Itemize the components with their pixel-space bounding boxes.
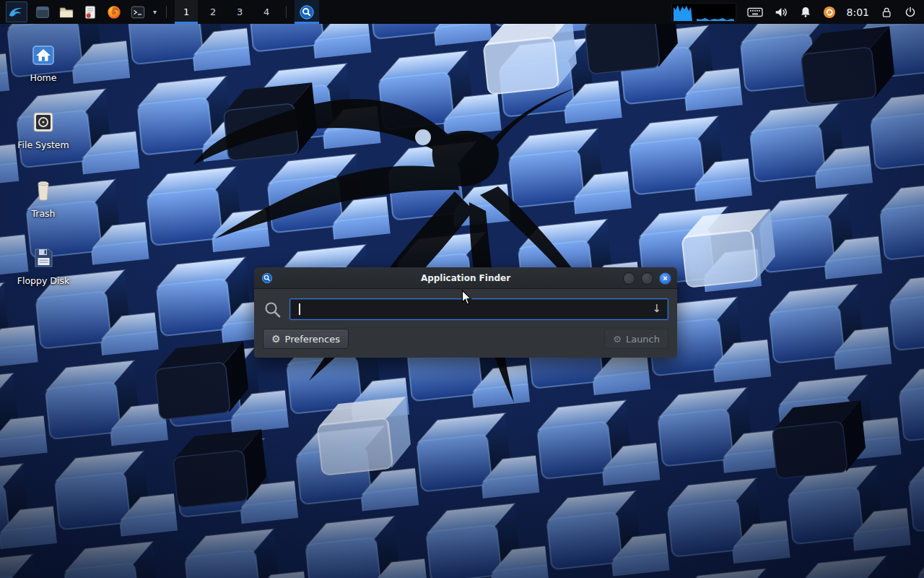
minimize-button[interactable] [623, 272, 635, 285]
gear-icon: ⚙ [271, 334, 281, 344]
home-icon [30, 42, 56, 68]
power-icon[interactable] [904, 5, 917, 19]
text-editor-icon[interactable] [80, 0, 100, 24]
workspace-button-3[interactable]: 3 [228, 0, 251, 24]
desktop-icon-label: Home [30, 72, 57, 83]
desktop-icon-label: File System [17, 139, 69, 150]
keyboard-indicator-icon[interactable] [747, 7, 763, 18]
search-icon [263, 300, 282, 319]
workspace-button-2[interactable]: 2 [201, 0, 225, 24]
close-button[interactable]: × [659, 272, 671, 285]
floppy-disk-icon [30, 245, 56, 271]
launch-icon: ⚙ [613, 335, 622, 344]
titlebar[interactable]: Application Finder × [254, 267, 677, 289]
terminal-icon[interactable] [128, 0, 148, 24]
lock-icon[interactable] [880, 5, 893, 19]
updates-indicator-icon[interactable] [823, 6, 836, 19]
clock[interactable]: 8:01 [847, 7, 869, 18]
text-caret [299, 303, 300, 315]
application-finder-window: Application Finder × ↓ [254, 267, 677, 358]
workspace-button-4[interactable]: 4 [255, 0, 278, 24]
application-finder-taskbar-icon[interactable] [295, 0, 319, 24]
preferences-button-label: Preferences [285, 334, 340, 345]
workspace-button-1[interactable]: 1 [175, 0, 198, 24]
dialog-body: ↓ ⚙ Preferences ⚙ Launch [254, 289, 677, 358]
desktop-icon-label: Trash [31, 208, 55, 219]
chevron-down-icon[interactable]: ▾ [152, 0, 158, 24]
window-title: Application Finder [421, 273, 510, 283]
panel-separator [286, 6, 287, 18]
volume-icon[interactable] [774, 6, 788, 19]
launch-button-label: Launch [626, 334, 660, 345]
trash-icon [30, 176, 56, 204]
cpu-graph[interactable] [671, 3, 736, 22]
top-panel: ▾ 1 2 3 4 [0, 0, 924, 24]
search-field: ↓ [289, 298, 668, 320]
maximize-button[interactable] [641, 272, 653, 285]
desktop-icon-column: Home File System Trash [9, 42, 78, 286]
desktop-icon-trash[interactable]: Trash [9, 176, 78, 219]
kali-menu-icon[interactable] [6, 1, 27, 22]
launch-button[interactable]: ⚙ Launch [604, 329, 668, 349]
desktop-icon-file-system[interactable]: File System [9, 109, 78, 150]
panel-status-area: 8:01 [671, 0, 920, 24]
drive-icon [30, 109, 56, 135]
window-launcher-icon[interactable] [32, 0, 53, 24]
desktop: Home File System Trash [0, 0, 924, 578]
file-manager-icon[interactable] [56, 0, 77, 24]
application-finder-icon [261, 272, 273, 284]
search-input[interactable] [290, 299, 668, 319]
desktop-icon-label: Floppy Disk [17, 275, 69, 286]
firefox-icon[interactable] [104, 0, 124, 24]
notifications-bell-icon[interactable] [799, 5, 812, 19]
panel-separator [166, 6, 167, 18]
desktop-icon-floppy-disk[interactable]: Floppy Disk [9, 245, 78, 286]
preferences-button[interactable]: ⚙ Preferences [263, 329, 349, 349]
desktop-icon-home[interactable]: Home [9, 42, 78, 83]
